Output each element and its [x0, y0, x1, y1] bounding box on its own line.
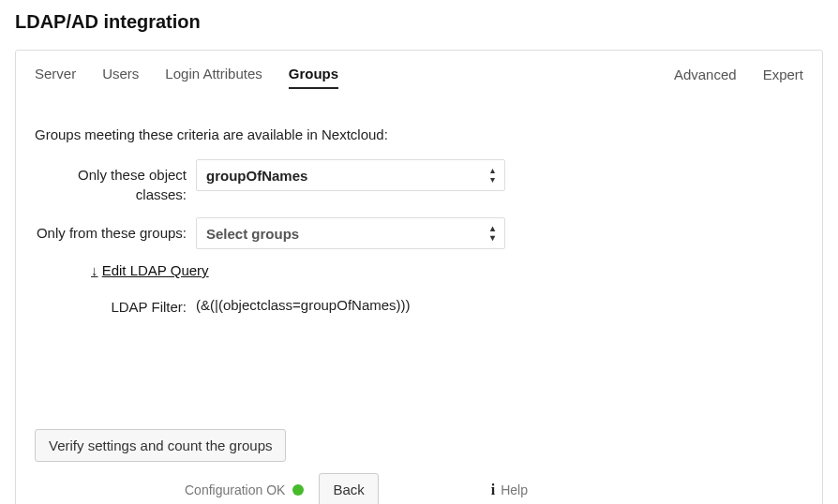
ldap-filter-value: (&(|(objectclass=groupOfNames))): [196, 291, 411, 313]
status-ok-icon: [292, 484, 304, 496]
tab-bar: Server Users Login Attributes Groups Adv…: [35, 66, 803, 89]
status-row: Configuration OK Back i Help: [35, 473, 803, 504]
help-label: Help: [501, 482, 528, 497]
chevron-updown-icon: ▴▾: [490, 224, 495, 243]
row-edit-query: ↓ Edit LDAP Query: [35, 262, 803, 278]
status-text: Configuration OK: [185, 482, 285, 497]
bottom-actions: Verify settings and count the groups Con…: [35, 429, 803, 504]
tab-bar-left: Server Users Login Attributes Groups: [35, 66, 338, 89]
info-icon: i: [491, 482, 495, 498]
row-from-groups: Only from these groups: Select groups ▴▾: [35, 217, 803, 249]
help-link[interactable]: i Help: [491, 482, 528, 498]
verify-button[interactable]: Verify settings and count the groups: [35, 429, 286, 462]
arrow-down-icon: ↓: [91, 262, 98, 278]
select-object-classes-value: groupOfNames: [206, 168, 307, 184]
intro-text: Groups meeting these criteria are availa…: [35, 126, 803, 142]
label-from-groups: Only from these groups:: [35, 217, 196, 243]
status-left: Configuration OK Back: [185, 473, 379, 504]
edit-ldap-query-link[interactable]: Edit LDAP Query: [102, 262, 209, 278]
page-title: LDAP/AD integration: [15, 11, 823, 33]
select-from-groups[interactable]: Select groups ▴▾: [196, 217, 505, 249]
tab-advanced[interactable]: Advanced: [674, 67, 737, 88]
chevron-updown-icon: ▴▾: [490, 166, 495, 185]
tab-server[interactable]: Server: [35, 66, 76, 89]
row-object-classes: Only these object classes: groupOfNames …: [35, 159, 803, 204]
row-ldap-filter: LDAP Filter: (&(|(objectclass=groupOfNam…: [35, 291, 803, 317]
select-object-classes[interactable]: groupOfNames ▴▾: [196, 159, 505, 191]
tab-bar-right: Advanced Expert: [674, 67, 803, 88]
back-button[interactable]: Back: [319, 473, 378, 504]
select-from-groups-placeholder: Select groups: [206, 226, 299, 242]
label-ldap-filter: LDAP Filter:: [35, 291, 196, 317]
tab-groups[interactable]: Groups: [289, 66, 338, 89]
tab-expert[interactable]: Expert: [763, 67, 803, 88]
settings-panel: Server Users Login Attributes Groups Adv…: [15, 50, 823, 504]
tab-login-attributes[interactable]: Login Attributes: [165, 66, 262, 89]
label-object-classes: Only these object classes:: [35, 159, 196, 204]
tab-users[interactable]: Users: [102, 66, 139, 89]
